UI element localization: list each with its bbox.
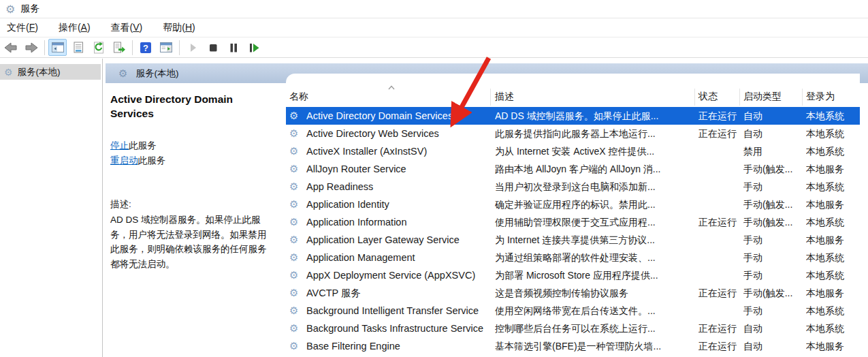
- service-status: 正在运行: [698, 125, 741, 142]
- export-list-button[interactable]: [110, 39, 128, 56]
- service-status: [698, 266, 741, 284]
- service-name: Active Directory Web Services: [306, 125, 489, 142]
- menu-view[interactable]: 查看(V): [106, 19, 148, 37]
- service-startup: 手动(触发...: [743, 213, 805, 231]
- column-header-name[interactable]: 名称: [289, 91, 308, 103]
- service-name: Application Layer Gateway Service: [306, 231, 489, 249]
- header-title: 服务(本地): [135, 67, 178, 80]
- menu-action[interactable]: 操作(A): [53, 19, 96, 37]
- service-startup: 手动: [743, 178, 805, 196]
- pause-service-icon: [226, 40, 241, 55]
- export-list-icon: [112, 40, 127, 55]
- service-name: Application Information: [306, 213, 489, 231]
- stop-service-link[interactable]: 停止: [110, 140, 129, 151]
- service-name: AllJoyn Router Service: [306, 160, 489, 178]
- tree-item-services-local[interactable]: ⚙ 服务(本地): [0, 64, 101, 80]
- service-startup: 手动: [743, 231, 805, 249]
- show-action-pane-button[interactable]: [157, 39, 175, 56]
- table-row[interactable]: ⚙ Active Directory Domain Services AD DS…: [286, 107, 860, 125]
- service-gear-icon: ⚙: [289, 284, 304, 302]
- table-row[interactable]: ⚙ App Readiness 当用户初次登录到这台电脑和添加新... 手动 本…: [286, 178, 860, 196]
- menu-help[interactable]: 帮助(H): [157, 19, 200, 37]
- service-desc: 此服务提供指向此服务器上本地运行...: [495, 125, 697, 142]
- table-row[interactable]: ⚙ Background Intelligent Transfer Servic…: [286, 302, 860, 320]
- service-status: [698, 142, 741, 160]
- service-desc: 控制哪些后台任务可以在系统上运行...: [495, 320, 697, 337]
- restart-service-button[interactable]: [244, 39, 263, 56]
- service-logon: 本地服务: [806, 160, 859, 178]
- service-logon: 本地系统: [806, 249, 859, 266]
- refresh-icon: [91, 40, 106, 55]
- selected-service-title: Active Directory Domain Services: [110, 92, 250, 121]
- back-icon: [3, 40, 18, 55]
- service-status: [698, 178, 741, 196]
- service-status: 正在运行: [698, 284, 741, 302]
- table-row[interactable]: ⚙ Base Filtering Engine 基本筛选引擎(BFE)是一种管理…: [286, 337, 860, 355]
- column-header-status[interactable]: 状态: [698, 91, 718, 103]
- service-desc: 当用户初次登录到这台电脑和添加新...: [495, 178, 697, 196]
- help-icon: ?: [138, 40, 153, 55]
- table-row[interactable]: ⚙ Application Information 使用辅助管理权限便于交互式应…: [286, 213, 860, 231]
- window-title: 服务: [20, 3, 39, 15]
- refresh-button[interactable]: [89, 39, 108, 56]
- column-header-startup[interactable]: 启动类型: [743, 91, 782, 103]
- column-divider[interactable]: [739, 89, 740, 106]
- service-logon: 本地系统: [806, 320, 859, 337]
- table-row[interactable]: ⚙ AVCTP 服务 这是音频视频控制传输协议服务 正在运行 手动(触发... …: [286, 284, 860, 302]
- forward-icon: [24, 40, 39, 55]
- restart-service-line: 重启动此服务: [110, 153, 165, 168]
- table-row[interactable]: ⚙ Application Management 为通过组策略部署的软件处理安装…: [286, 249, 860, 266]
- service-status: [698, 196, 741, 213]
- column-header-desc[interactable]: 描述: [495, 91, 514, 103]
- show-console-tree-button[interactable]: [48, 39, 67, 56]
- back-button[interactable]: [1, 39, 20, 56]
- services-gear-icon: ⚙: [4, 67, 13, 78]
- forward-button[interactable]: [22, 39, 40, 56]
- stop-service-line: 停止此服务: [110, 138, 165, 153]
- column-divider[interactable]: [802, 89, 803, 106]
- tree-item-label: 服务(本地): [18, 66, 61, 78]
- column-divider[interactable]: [694, 89, 695, 106]
- column-divider[interactable]: [490, 89, 491, 106]
- app-gear-icon: ⚙: [5, 3, 15, 16]
- table-row[interactable]: ⚙ AllJoyn Router Service 路由本地 AllJoyn 客户…: [286, 160, 860, 178]
- service-startup: 手动(触发...: [743, 284, 805, 302]
- table-rows: ⚙ Active Directory Domain Services AD DS…: [286, 107, 860, 357]
- service-logon: 本地服务: [806, 337, 859, 355]
- service-desc: 为 Internet 连接共享提供第三方协议...: [495, 231, 697, 249]
- service-description: AD DS 域控制器服务。如果停止此服务，用户将无法登录到网络。如果禁用此服务，…: [110, 213, 275, 271]
- service-desc: 这是音频视频控制传输协议服务: [495, 284, 697, 302]
- table-row[interactable]: ⚙ AppX Deployment Service (AppXSVC) 为部署 …: [286, 266, 860, 284]
- service-status: 正在运行: [698, 107, 741, 125]
- properties-button[interactable]: [69, 39, 87, 56]
- service-name: Base Filtering Engine: [306, 337, 489, 355]
- table-row[interactable]: ⚙ Application Layer Gateway Service 为 In…: [286, 231, 860, 249]
- table-row[interactable]: ⚙ Active Directory Web Services 此服务提供指向此…: [286, 125, 860, 142]
- service-name: Background Tasks Infrastructure Service: [306, 320, 489, 337]
- help-button[interactable]: ?: [136, 39, 155, 56]
- column-header-logon[interactable]: 登录为: [806, 91, 835, 103]
- sort-ascending-icon: [388, 85, 395, 90]
- stop-service-icon: [206, 40, 221, 55]
- service-desc: 为通过组策略部署的软件处理安装、...: [495, 249, 697, 266]
- table-row[interactable]: ⚙ Background Tasks Infrastructure Servic…: [286, 320, 860, 337]
- toolbar: ?: [0, 37, 868, 58]
- service-desc: 路由本地 AllJoyn 客户端的 AllJoyn 消...: [495, 160, 697, 178]
- start-service-button[interactable]: [183, 39, 202, 56]
- service-startup: 手动: [743, 249, 805, 266]
- menu-file[interactable]: 文件(F): [1, 19, 44, 37]
- service-status: [698, 231, 741, 249]
- service-desc: 为部署 Microsoft Store 应用程序提供...: [495, 266, 697, 284]
- service-logon: 本地系统: [806, 178, 859, 196]
- table-row[interactable]: ⚙ Application Identity 确定并验证应用程序的标识。禁用此.…: [286, 196, 860, 213]
- service-startup: 自动: [743, 337, 805, 355]
- restart-service-link[interactable]: 重启动: [110, 155, 138, 166]
- service-gear-icon: ⚙: [289, 178, 304, 196]
- service-desc: 为从 Internet 安装 ActiveX 控件提供...: [495, 142, 697, 160]
- table-row[interactable]: ⚙ ActiveX Installer (AxInstSV) 为从 Intern…: [286, 142, 860, 160]
- stop-suffix: 此服务: [129, 140, 157, 151]
- stop-service-button[interactable]: [204, 39, 222, 56]
- toolbar-separator: [44, 40, 45, 55]
- service-info-pane: Active Directory Domain Services 停止此服务 重…: [106, 83, 286, 357]
- pause-service-button[interactable]: [224, 39, 242, 56]
